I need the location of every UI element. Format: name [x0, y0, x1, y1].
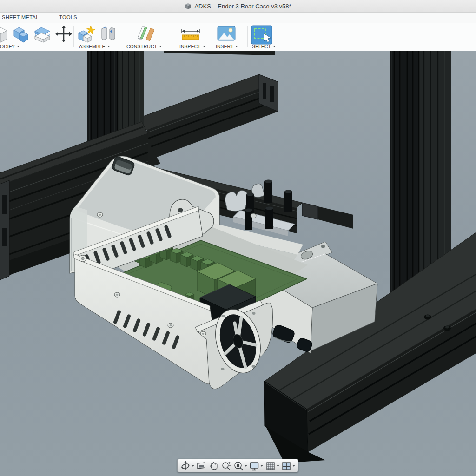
document-title: ADKS – Ender 3 Rear Case v3 v58*: [194, 3, 291, 10]
ribbon-tab-row: SHEET METAL TOOLS: [0, 13, 476, 23]
group-separator: [280, 26, 280, 47]
chevron-down-icon: [273, 46, 276, 47]
measure-icon[interactable]: [180, 28, 201, 41]
construction-plane-icon[interactable]: [136, 25, 155, 43]
tab-tools[interactable]: TOOLS: [59, 14, 77, 20]
press-pull-cube-icon[interactable]: [0, 25, 8, 43]
viewports-button[interactable]: [281, 460, 295, 471]
fit-button[interactable]: [233, 460, 247, 471]
insert-menu-label[interactable]: INSERT: [216, 44, 238, 49]
group-select: SELECT: [249, 23, 279, 51]
chevron-down-icon: [245, 465, 247, 467]
group-construct: CONSTRUCT: [126, 23, 168, 51]
document-cube-icon: [185, 3, 192, 10]
look-at-button[interactable]: [196, 460, 206, 471]
insert-image-icon[interactable]: [217, 25, 236, 42]
viewport-canvas[interactable]: [0, 51, 476, 476]
fit-icon: [233, 460, 244, 471]
select-icon[interactable]: [251, 25, 272, 45]
combine-bodies-icon[interactable]: [12, 25, 30, 43]
chevron-down-icon: [17, 46, 20, 47]
group-modify: ODIFY: [0, 23, 73, 51]
chevron-down-icon: [159, 46, 162, 47]
model-view[interactable]: [0, 51, 476, 476]
new-component-icon[interactable]: [77, 25, 96, 43]
group-separator: [122, 26, 122, 47]
chevron-down-icon: [235, 46, 238, 47]
chevron-down-icon: [292, 465, 295, 467]
chevron-down-icon: [107, 46, 110, 47]
offset-face-icon[interactable]: [33, 25, 51, 43]
zoom-icon: [221, 460, 231, 471]
orbit-icon: [180, 460, 191, 471]
move-icon[interactable]: [55, 25, 73, 43]
group-inspect: INSPECT: [176, 23, 208, 51]
display-settings-icon: [249, 460, 259, 471]
joint-icon[interactable]: [99, 25, 117, 43]
grid-button[interactable]: [265, 460, 279, 471]
chevron-down-icon: [192, 465, 194, 467]
chevron-down-icon: [203, 46, 205, 47]
select-menu-label[interactable]: SELECT: [252, 44, 276, 49]
group-separator: [212, 26, 212, 47]
group-separator: [172, 26, 172, 47]
display-settings-button[interactable]: [249, 460, 263, 471]
inspect-menu-label[interactable]: INSPECT: [179, 44, 205, 49]
chevron-down-icon: [260, 465, 263, 467]
look-at-icon: [196, 460, 206, 471]
modify-menu-label[interactable]: ODIFY: [0, 44, 20, 49]
ribbon-toolbar: ODIFY ASSEMBLE: [0, 23, 476, 51]
group-separator: [73, 26, 74, 47]
group-assemble: ASSEMBLE: [77, 23, 119, 51]
navigation-toolbar: [177, 459, 298, 472]
tab-sheet-metal[interactable]: SHEET METAL: [2, 14, 39, 20]
zoom-button[interactable]: [221, 460, 231, 471]
chevron-down-icon: [277, 465, 279, 467]
group-insert: INSERT: [214, 23, 244, 51]
grid-icon: [265, 460, 276, 471]
pan-hand-icon: [209, 460, 219, 471]
construct-menu-label[interactable]: CONSTRUCT: [126, 44, 162, 49]
pan-button[interactable]: [209, 460, 219, 471]
group-separator: [247, 26, 248, 47]
assemble-menu-label[interactable]: ASSEMBLE: [79, 44, 110, 49]
orbit-button[interactable]: [180, 460, 194, 471]
titlebar: ADKS – Ender 3 Rear Case v3 v58*: [0, 0, 476, 13]
viewports-icon: [281, 460, 291, 471]
